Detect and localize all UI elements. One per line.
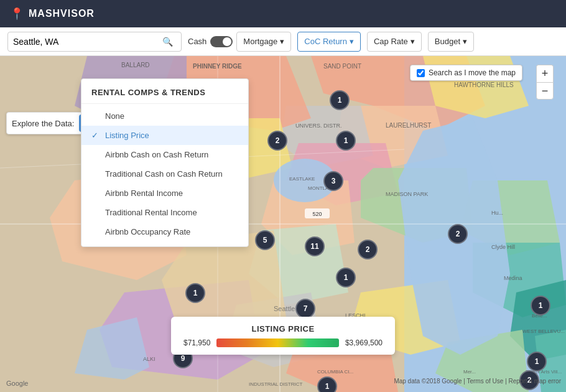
cluster-marker-c14[interactable]: 1 [317, 376, 337, 392]
legend-gradient [216, 338, 339, 347]
svg-text:ALKI: ALKI [143, 356, 155, 362]
dropdown-item-label-6: Airbnb Occupancy Rate [105, 227, 190, 236]
zoom-in-button[interactable]: + [536, 65, 554, 82]
search-as-move-checkbox[interactable] [417, 69, 425, 77]
dropdown-item-6[interactable]: Airbnb Occupancy Rate [81, 222, 248, 241]
cluster-marker-c4[interactable]: 3 [323, 171, 343, 191]
svg-text:COLUMBIA CI...: COLUMBIA CI... [317, 369, 353, 375]
rental-dropdown-title: RENTAL COMPS & TRENDS [81, 79, 248, 104]
svg-text:Clyde Hill: Clyde Hill [491, 244, 515, 250]
chevron-down-icon: ▾ [280, 37, 284, 46]
toggle-switch[interactable] [210, 36, 233, 47]
logo-area: 📍 MASHVISOR [10, 7, 95, 21]
svg-text:BALLARD: BALLARD [121, 62, 150, 68]
cluster-marker-c8[interactable]: 2 [358, 240, 378, 259]
dropdown-item-label-3: Traditional Cash on Cash Return [105, 169, 223, 179]
cluster-marker-c6[interactable]: 5 [255, 230, 275, 250]
logo-text: MASHVISOR [29, 8, 95, 19]
cluster-marker-c7[interactable]: 11 [305, 236, 325, 256]
svg-text:LAURELHURST: LAURELHURST [386, 122, 431, 129]
dropdown-item-3[interactable]: Traditional Cash on Cash Return [81, 164, 248, 184]
zoom-controls: + − [536, 65, 554, 100]
dropdown-item-label-5: Traditional Rental Income [105, 208, 197, 217]
cash-mortgage-toggle: Cash Mortgage ▾ [188, 32, 291, 52]
dropdown-item-label-2: Airbnb Cash on Cash Return [105, 150, 208, 159]
chevron-down-icon: ▾ [463, 37, 467, 46]
rental-comps-dropdown: RENTAL COMPS & TRENDS None✓Listing Price… [81, 78, 249, 247]
cluster-marker-c2[interactable]: 2 [267, 131, 287, 151]
coc-return-dropdown[interactable]: CoC Return ▾ [297, 32, 361, 52]
svg-text:520: 520 [312, 211, 322, 217]
logo-pin-icon: 📍 [10, 7, 24, 21]
legend-scale: $71,950 $3,969,500 [183, 338, 383, 347]
chevron-down-icon: ▾ [411, 37, 415, 46]
zoom-out-button[interactable]: − [536, 82, 554, 100]
svg-text:EASTLAKE: EASTLAKE [289, 176, 315, 182]
cap-rate-dropdown[interactable]: Cap Rate ▾ [367, 32, 422, 52]
chevron-down-icon: ▾ [350, 37, 354, 46]
cluster-marker-c17[interactable]: 1 [527, 352, 547, 371]
svg-text:Hu...: Hu... [491, 210, 503, 216]
dropdown-item-label-0: None [105, 111, 124, 121]
dropdown-item-0[interactable]: None [81, 106, 248, 126]
search-input[interactable] [13, 37, 162, 47]
legend-bar: LISTING PRICE $71,950 $3,969,500 [171, 317, 395, 355]
cluster-marker-c10[interactable]: 1 [185, 283, 205, 303]
budget-dropdown[interactable]: Budget ▾ [428, 32, 474, 52]
dropdown-item-label-1: Listing Price [105, 131, 149, 140]
cluster-marker-c12[interactable]: 1 [531, 296, 550, 315]
search-as-move-container: Search as I move the map [410, 65, 522, 81]
mortgage-dropdown[interactable]: Mortgage ▾ [236, 32, 291, 52]
toolbar: 🔍 Cash Mortgage ▾ CoC Return ▾ Cap Rate … [0, 27, 566, 56]
search-as-move-label: Search as I move the map [429, 68, 516, 77]
svg-text:INDUSTRIAL DISTRICT: INDUSTRIAL DISTRICT [249, 381, 302, 387]
legend-min: $71,950 [183, 338, 210, 347]
dropdown-item-label-4: Airbnb Rental Income [105, 189, 183, 198]
check-icon-1: ✓ [91, 131, 100, 140]
svg-text:PHINNEY RIDGE: PHINNEY RIDGE [193, 63, 242, 70]
dropdown-item-1[interactable]: ✓Listing Price [81, 126, 248, 145]
cluster-marker-c3[interactable]: 1 [336, 131, 356, 151]
cash-label: Cash [188, 37, 206, 46]
svg-text:Mer...: Mer... [463, 369, 476, 375]
svg-text:Seattle: Seattle [274, 305, 295, 312]
dropdown-items-container: None✓Listing PriceAirbnb Cash on Cash Re… [81, 106, 248, 241]
search-button[interactable]: 🔍 [162, 37, 173, 47]
map-data-attribution: Map data ©2018 Google | Terms of Use | R… [394, 378, 561, 385]
dropdown-item-4[interactable]: Airbnb Rental Income [81, 184, 248, 203]
dropdown-item-2[interactable]: Airbnb Cash on Cash Return [81, 145, 248, 164]
search-container: 🔍 [7, 32, 182, 52]
navbar: 📍 MASHVISOR [0, 0, 566, 27]
cluster-marker-c9[interactable]: 1 [336, 268, 356, 287]
svg-text:SAND POINT: SAND POINT [323, 63, 361, 70]
cluster-marker-c5[interactable]: 2 [448, 224, 468, 244]
cluster-marker-c1[interactable]: 1 [330, 90, 350, 110]
dropdown-item-5[interactable]: Traditional Rental Income [81, 203, 248, 222]
cluster-marker-c11[interactable]: 7 [295, 299, 315, 319]
svg-text:WEST BELLEVU...: WEST BELLEVU... [522, 329, 565, 334]
legend-title: LISTING PRICE [183, 324, 383, 334]
svg-text:UNIVERS. DISTR.: UNIVERS. DISTR. [295, 123, 342, 129]
svg-text:HAWTHORNE HILLS: HAWTHORNE HILLS [454, 82, 514, 88]
legend-max: $3,969,500 [345, 338, 383, 347]
svg-text:Medina: Medina [504, 275, 522, 281]
map-container[interactable]: 520 PHINNEY RIDGE SAND POINT HAWTHORNE H… [0, 56, 566, 392]
svg-text:Google: Google [6, 380, 28, 387]
explore-label: Explore the Data: [12, 119, 74, 128]
svg-text:MADISON PARK: MADISON PARK [386, 191, 428, 197]
